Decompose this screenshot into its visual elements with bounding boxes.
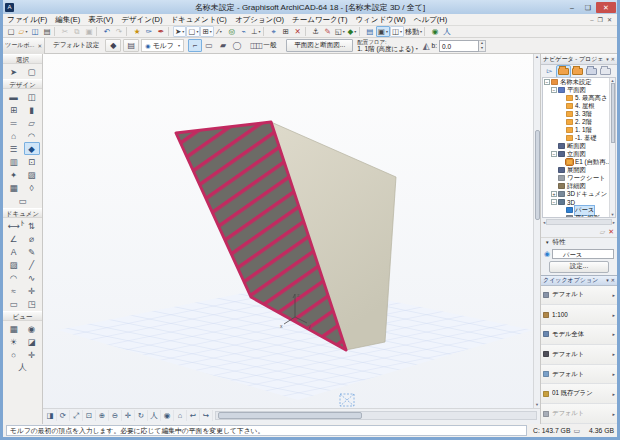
next-zoom-button[interactable]: ↪: [200, 410, 213, 421]
minimize-button[interactable]: –: [564, 2, 580, 13]
elevation-stepper[interactable]: ▲▼: [479, 40, 486, 52]
mesh-tool[interactable]: ▦: [6, 181, 22, 194]
mdi-restore-button[interactable]: ❐: [596, 16, 605, 23]
elevation-input[interactable]: 0.0: [439, 40, 479, 52]
default-settings-label[interactable]: デフォルト設定: [45, 41, 105, 50]
cut-button[interactable]: ✂▾: [59, 26, 71, 37]
separator[interactable]: ▾: [168, 27, 172, 36]
wall-tool[interactable]: ▬: [6, 90, 22, 103]
separator[interactable]: ▾: [126, 27, 130, 36]
pan-button[interactable]: ✛: [122, 410, 135, 421]
tree-vertical-scrollbar[interactable]: ▲ ▼: [609, 78, 615, 217]
separator[interactable]: ▾: [359, 27, 363, 36]
paste-button[interactable]: ▣▾: [83, 26, 95, 37]
figure-tool[interactable]: ▭: [6, 297, 22, 310]
walkthrough-button[interactable]: 人: [15, 361, 31, 374]
drawing-tool[interactable]: ◳: [24, 297, 40, 310]
open-button[interactable]: ▱▾: [17, 26, 29, 37]
scrollbar-thumb[interactable]: [535, 130, 540, 220]
snap-grid-dropdown[interactable]: ⊞▾: [200, 26, 213, 37]
menu-edit[interactable]: 編集(E): [51, 14, 84, 26]
text-tool[interactable]: A: [6, 245, 22, 258]
layout-book-tab[interactable]: [585, 66, 598, 77]
tree-expander[interactable]: −: [544, 79, 550, 85]
tree-item[interactable]: 平行投影: [543, 214, 615, 218]
revolve-geometry-button[interactable]: ◯: [230, 39, 244, 52]
renovation-filter-option[interactable]: 01 既存プラン ▸: [541, 384, 617, 404]
settings-button[interactable]: 設定...: [549, 261, 609, 273]
orbit-button[interactable]: ↻: [135, 410, 148, 421]
publisher-tab[interactable]: [599, 66, 612, 77]
origin-button[interactable]: ✛: [24, 348, 40, 361]
tree-expander[interactable]: +: [551, 191, 557, 197]
scrollbar-thumb[interactable]: [611, 83, 615, 143]
skylight-tool[interactable]: ◊: [24, 181, 40, 194]
door-tool[interactable]: ◫: [24, 90, 40, 103]
beam-tool[interactable]: ═: [6, 116, 22, 129]
display-mode[interactable]: ◫◫ 一般: [250, 41, 276, 50]
3d-viewport[interactable]: z x y ▲ ▼: [43, 54, 540, 424]
model-view-option[interactable]: デフォルト ▸: [541, 365, 617, 385]
arrow-tool[interactable]: ➤: [6, 65, 22, 78]
zoom-tool[interactable]: ○: [6, 348, 22, 361]
polyline-tool[interactable]: ∿: [24, 271, 40, 284]
stair-tool[interactable]: ☰: [6, 142, 22, 155]
suspend-groups-button[interactable]: ◎▾: [226, 26, 238, 37]
mdi-minimize-button[interactable]: –: [588, 17, 595, 23]
explore-button[interactable]: ◉▾: [429, 26, 441, 37]
trace-reference-dropdown[interactable]: ◱▾: [334, 26, 346, 37]
separator[interactable]: ▾: [96, 27, 100, 36]
rectangle-geometry-button[interactable]: ▭: [202, 39, 216, 52]
scroll-down-icon[interactable]: ▼: [611, 212, 615, 217]
guide-lines-dropdown[interactable]: ⁄▾: [214, 26, 226, 37]
new-folder-icon[interactable]: ▱: [600, 228, 605, 236]
undo-button[interactable]: ↶▾: [101, 26, 113, 37]
previous-zoom-button[interactable]: ↩: [187, 410, 200, 421]
scroll-up-icon[interactable]: ▲: [535, 54, 539, 60]
angle-dimension-tool[interactable]: ∠: [6, 232, 22, 245]
structure-display-option[interactable]: モデル全体 ▸: [541, 325, 617, 345]
hotspot-tool[interactable]: ✛: [24, 284, 40, 297]
look-to-button[interactable]: ◉: [161, 410, 174, 421]
separator[interactable]: ▾: [424, 27, 428, 36]
wall-end-tool[interactable]: ▭: [15, 194, 31, 207]
markup-button[interactable]: ✎▾: [322, 26, 334, 37]
save-button[interactable]: ◫▾: [29, 26, 41, 37]
navigator-pin-dropdown[interactable]: ▻: [543, 66, 556, 77]
marquee-tool[interactable]: ▢: [24, 65, 40, 78]
arrow-tool-dropdown[interactable]: ➤▾: [173, 26, 186, 37]
tree-horizontal-scrollbar[interactable]: ◂ ▸: [541, 218, 617, 227]
tree-item[interactable]: + 3Dドキュメント: [543, 190, 615, 198]
pickup-parameters-button[interactable]: ✑▾: [143, 26, 155, 37]
polyline-geometry-button[interactable]: ⌐: [188, 39, 202, 52]
element-snap-button[interactable]: ⌖▾: [268, 26, 280, 37]
maximize-button[interactable]: ❏: [580, 2, 596, 13]
camera-tool[interactable]: ◉: [24, 322, 40, 335]
mdi-close-button[interactable]: ✕: [605, 16, 614, 23]
project-map-tab[interactable]: [557, 66, 570, 77]
menu-view[interactable]: 表示(V): [84, 14, 117, 26]
copy-button[interactable]: ⧉▾: [71, 26, 83, 37]
zoom-in-button[interactable]: ⊕: [96, 410, 109, 421]
home-story-cell[interactable]: 配置フロア: 1. 1階 (高度による)▾: [357, 39, 417, 53]
viewport-horizontal-scrollbar[interactable]: [215, 411, 537, 420]
menu-design[interactable]: デザイン(D): [117, 14, 166, 26]
line-tool[interactable]: ╱: [24, 258, 40, 271]
fit-in-window-button[interactable]: ⤢: [70, 410, 83, 421]
sun-study-button[interactable]: ☀: [6, 335, 22, 348]
zoom-out-button[interactable]: ⊖: [109, 410, 122, 421]
walk-button[interactable]: 人▾: [441, 26, 453, 37]
section-window-dropdown[interactable]: ◫▾: [390, 26, 404, 37]
magic-wand-button[interactable]: ⌁▾: [238, 26, 250, 37]
favorites-button[interactable]: ★▾: [131, 26, 143, 37]
separator[interactable]: ▾: [263, 27, 267, 36]
3d-window-dropdown[interactable]: ▣▾: [376, 26, 390, 37]
zoom-window-button[interactable]: ⊡: [83, 410, 96, 421]
tree-expander[interactable]: −: [551, 151, 557, 157]
zone-tool[interactable]: ▨: [24, 168, 40, 181]
print-button[interactable]: ▤▾: [41, 26, 53, 37]
window-tool[interactable]: ⊞: [6, 103, 22, 116]
rendering-scene-button[interactable]: ▦: [6, 322, 22, 335]
toolbox-close-icon[interactable]: ✕: [37, 43, 42, 49]
viewpoint-name-field[interactable]: パース: [552, 249, 614, 259]
